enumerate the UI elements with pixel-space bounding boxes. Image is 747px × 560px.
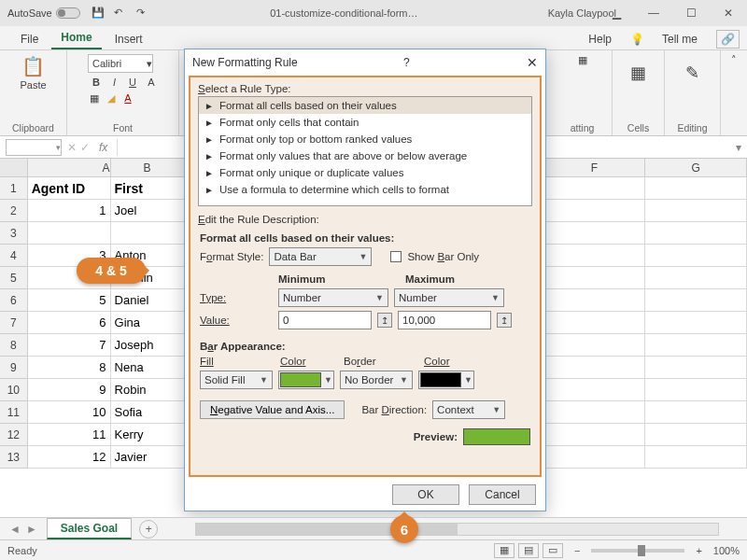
- format-style-combo[interactable]: Data Bar▼: [269, 247, 372, 266]
- tab-insert[interactable]: Insert: [106, 29, 152, 49]
- normal-view-icon[interactable]: ▦: [494, 543, 514, 558]
- maximize-icon[interactable]: ☐: [672, 0, 710, 26]
- cell[interactable]: [28, 222, 111, 245]
- min-ref-picker-icon[interactable]: ↥: [377, 313, 392, 328]
- save-icon[interactable]: 💾: [92, 7, 105, 20]
- row-header[interactable]: 10: [0, 379, 28, 401]
- enter-formula-icon[interactable]: ✓: [80, 141, 90, 154]
- autosave[interactable]: AutoSave: [7, 7, 80, 19]
- cell[interactable]: 1: [28, 200, 111, 222]
- italic-button[interactable]: I: [108, 75, 120, 90]
- row-header[interactable]: 2: [0, 200, 28, 222]
- cell[interactable]: [544, 200, 646, 222]
- rule-type-item[interactable]: ►Format all cells based on their values: [199, 97, 531, 114]
- cell[interactable]: Gina: [111, 312, 185, 334]
- max-type-combo[interactable]: Number▼: [394, 288, 504, 307]
- cell[interactable]: [645, 222, 747, 245]
- row-header[interactable]: 3: [0, 222, 28, 245]
- font-color-icon[interactable]: A: [121, 91, 134, 105]
- add-sheet-button[interactable]: +: [139, 520, 158, 539]
- row-header[interactable]: 11: [0, 401, 28, 424]
- cancel-button[interactable]: Cancel: [469, 484, 536, 505]
- row-header[interactable]: 5: [0, 267, 28, 289]
- cell[interactable]: [645, 177, 747, 200]
- col-header-a[interactable]: A: [28, 159, 111, 176]
- zoom-in-icon[interactable]: +: [696, 545, 701, 556]
- close-icon[interactable]: ✕: [710, 0, 747, 26]
- max-ref-picker-icon[interactable]: ↥: [497, 313, 512, 328]
- page-break-view-icon[interactable]: ▭: [543, 543, 563, 558]
- cell[interactable]: [645, 446, 747, 469]
- negative-value-axis-button[interactable]: Negative Value and Axis...: [200, 400, 345, 419]
- cell[interactable]: [645, 334, 747, 357]
- editing-button[interactable]: ✎: [676, 54, 710, 91]
- border-combo[interactable]: No Border▼: [340, 371, 413, 389]
- zoom-slider[interactable]: [591, 549, 684, 553]
- cell[interactable]: 10: [28, 401, 111, 424]
- minimize-icon[interactable]: —: [635, 0, 672, 26]
- rule-type-item[interactable]: ►Format only unique or duplicate values: [199, 164, 531, 181]
- tell-me[interactable]: Tell me: [653, 29, 707, 49]
- border-color-combo[interactable]: ▼: [418, 371, 474, 389]
- cell[interactable]: [544, 245, 646, 267]
- row-header[interactable]: 6: [0, 289, 28, 312]
- cell[interactable]: [544, 289, 646, 312]
- sheet-tab[interactable]: Sales Goal: [47, 518, 132, 539]
- next-sheet-icon[interactable]: ►: [26, 523, 37, 536]
- cell[interactable]: [544, 222, 646, 245]
- fill-combo[interactable]: Solid Fill▼: [200, 371, 273, 389]
- cell[interactable]: 12: [28, 446, 111, 469]
- name-box[interactable]: ▾: [6, 139, 62, 156]
- ok-button[interactable]: OK: [392, 484, 459, 505]
- max-value-input[interactable]: 10,000: [398, 311, 491, 329]
- cell[interactable]: 9: [28, 379, 111, 401]
- cell[interactable]: [645, 289, 747, 312]
- underline-button[interactable]: U: [124, 75, 141, 90]
- page-layout-view-icon[interactable]: ▤: [518, 543, 539, 558]
- col-header-b[interactable]: B: [111, 159, 185, 176]
- share-icon[interactable]: 🔗: [716, 30, 740, 49]
- cell[interactable]: 8: [28, 357, 111, 379]
- row-header[interactable]: 1: [0, 177, 28, 200]
- tab-home[interactable]: Home: [51, 27, 101, 49]
- rule-type-item[interactable]: ►Format only cells that contain: [199, 114, 531, 131]
- prev-sheet-icon[interactable]: ◄: [9, 523, 21, 536]
- cell[interactable]: [645, 424, 747, 446]
- expand-formula-icon[interactable]: ▾: [736, 141, 741, 154]
- cell[interactable]: [645, 200, 747, 222]
- table-format-icon[interactable]: ▦: [578, 54, 587, 66]
- cell[interactable]: 5: [28, 289, 111, 312]
- redo-icon[interactable]: ↷: [136, 7, 149, 20]
- cell[interactable]: [645, 267, 747, 289]
- show-bar-only-checkbox[interactable]: [390, 251, 402, 262]
- cell[interactable]: Robin: [111, 379, 185, 401]
- tab-help[interactable]: Help: [579, 29, 621, 49]
- cell[interactable]: Nena: [111, 357, 185, 379]
- fill-color-icon[interactable]: ◢: [105, 91, 118, 105]
- cell[interactable]: Javier: [111, 446, 185, 469]
- borders-icon[interactable]: ▦: [88, 91, 101, 105]
- cell[interactable]: Joel: [111, 200, 185, 222]
- fill-color-combo[interactable]: ▼: [278, 371, 334, 389]
- close-icon[interactable]: ✕: [527, 55, 538, 70]
- cell[interactable]: [544, 312, 646, 334]
- cell[interactable]: [544, 446, 646, 469]
- cell[interactable]: [645, 245, 747, 267]
- help-icon[interactable]: ?: [403, 56, 410, 69]
- undo-icon[interactable]: ↶: [114, 7, 127, 20]
- zoom-out-icon[interactable]: −: [574, 545, 580, 556]
- row-header[interactable]: 12: [0, 424, 28, 446]
- min-type-combo[interactable]: Number▼: [278, 288, 388, 307]
- cell[interactable]: 6: [28, 312, 111, 334]
- col-header-g[interactable]: G: [645, 159, 747, 176]
- cell[interactable]: [645, 312, 747, 334]
- paste-button[interactable]: 📋 Paste: [17, 54, 50, 91]
- cell[interactable]: [544, 379, 646, 401]
- cell[interactable]: [544, 401, 646, 424]
- cell[interactable]: [645, 401, 747, 424]
- rule-type-item[interactable]: ►Use a formula to determine which cells …: [199, 181, 531, 198]
- cell[interactable]: [645, 357, 747, 379]
- cell[interactable]: [645, 379, 747, 401]
- cell[interactable]: [544, 267, 646, 289]
- cell[interactable]: Sofia: [111, 401, 185, 424]
